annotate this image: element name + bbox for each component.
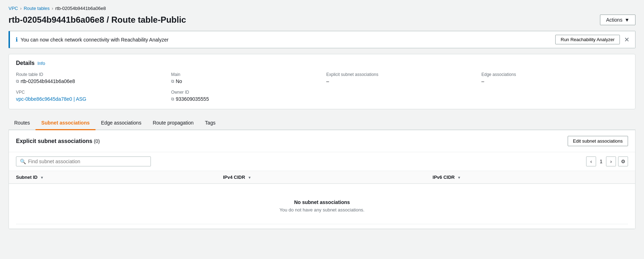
vpc-link[interactable]: vpc-0bbe86c9645da78e0 | ASG (16, 96, 86, 102)
chevron-down-icon: ▼ (624, 17, 629, 23)
tab-edge-associations[interactable]: Edge associations (95, 116, 147, 130)
col-ipv4-cidr[interactable]: IPv4 CIDR ▼ (216, 171, 425, 184)
actions-label: Actions (606, 17, 622, 23)
breadcrumb-vpc[interactable]: VPC (9, 6, 18, 11)
page-number: 1 (598, 159, 604, 164)
detail-main: Main ⧉ No (171, 72, 318, 84)
details-card: Details Info Route table ID ⧉ rtb-02054b… (9, 54, 635, 109)
main-label: Main (171, 72, 318, 77)
tab-subnet-associations[interactable]: Subnet associations (36, 116, 95, 130)
section-header: Explicit subnet associations (0) Edit su… (9, 130, 635, 152)
edit-subnet-associations-button[interactable]: Edit subnet associations (568, 136, 628, 146)
col-ipv6-cidr[interactable]: IPv6 CIDR ▼ (426, 171, 635, 184)
explicit-subnet-label: Explicit subnet associations (326, 72, 473, 77)
details-header: Details Info (16, 60, 628, 66)
details-grid: Route table ID ⧉ rtb-02054b9441b6a06e8 M… (16, 72, 628, 102)
empty-state: No subnet associations You do not have a… (16, 188, 628, 224)
search-icon: 🔍 (20, 159, 26, 164)
info-banner: ℹ You can now check network connectivity… (9, 31, 635, 48)
col-ipv6-cidr-label: IPv6 CIDR (433, 175, 455, 180)
page-title: rtb-02054b9441b6a06e8 / Route table-Publ… (9, 15, 186, 25)
route-table-id-label: Route table ID (16, 72, 163, 77)
banner-right: Run Reachability Analyzer ✕ (555, 35, 629, 44)
tabs-bar: Routes Subnet associations Edge associat… (9, 116, 635, 130)
tab-tags[interactable]: Tags (199, 116, 221, 130)
route-table-id-value: ⧉ rtb-02054b9441b6a06e8 (16, 78, 163, 84)
explicit-subnet-value: – (326, 78, 473, 84)
table-container: Subnet ID ▼ IPv4 CIDR ▼ IPv6 CIDR ▼ (9, 171, 635, 229)
run-reachability-button[interactable]: Run Reachability Analyzer (555, 35, 620, 44)
route-table-id-text: rtb-02054b9441b6a06e8 (21, 78, 75, 84)
main-text: No (176, 78, 182, 84)
breadcrumb: VPC › Route tables › rtb-02054b9441b6a06… (9, 6, 635, 11)
owner-id-value: ⧉ 933609035555 (171, 96, 318, 102)
edge-assoc-label: Edge associations (481, 72, 628, 77)
sort-icon-ipv6: ▼ (457, 176, 461, 180)
tab-routes[interactable]: Routes (9, 116, 36, 130)
vpc-label: VPC (16, 90, 163, 95)
copy-icon-main[interactable]: ⧉ (171, 79, 174, 84)
breadcrumb-current: rtb-02054b9441b6a06e8 (55, 6, 106, 11)
section-count: (0) (94, 138, 100, 144)
copy-icon-rtid[interactable]: ⧉ (16, 79, 19, 84)
section-title-group: Explicit subnet associations (0) (16, 138, 100, 144)
main-value: ⧉ No (171, 78, 318, 84)
breadcrumb-route-tables[interactable]: Route tables (24, 6, 50, 11)
tab-route-propagation[interactable]: Route propagation (147, 116, 199, 130)
detail-edge-associations: Edge associations – (481, 72, 628, 84)
detail-vpc: VPC vpc-0bbe86c9645da78e0 | ASG (16, 90, 163, 102)
prev-page-button[interactable]: ‹ (586, 156, 596, 166)
details-info-link[interactable]: Info (37, 61, 45, 66)
table-header-row: Subnet ID ▼ IPv4 CIDR ▼ IPv6 CIDR ▼ (9, 171, 635, 184)
detail-owner-id: Owner ID ⧉ 933609035555 (171, 90, 318, 102)
detail-explicit-subnet: Explicit subnet associations – (326, 72, 473, 84)
vpc-value: vpc-0bbe86c9645da78e0 | ASG (16, 96, 163, 102)
subnet-associations-table: Subnet ID ▼ IPv4 CIDR ▼ IPv6 CIDR ▼ (9, 171, 635, 229)
settings-button[interactable]: ⚙ (618, 156, 628, 166)
empty-state-row: No subnet associations You do not have a… (9, 184, 635, 229)
banner-text: You can now check network connectivity w… (21, 37, 169, 43)
section-title: Explicit subnet associations (16, 138, 92, 144)
breadcrumb-sep2: › (52, 6, 53, 11)
owner-id-text: 933609035555 (176, 96, 209, 102)
detail-route-table-id: Route table ID ⧉ rtb-02054b9441b6a06e8 (16, 72, 163, 84)
banner-left: ℹ You can now check network connectivity… (16, 36, 169, 43)
details-title: Details (16, 60, 34, 66)
sort-icon-subnet: ▼ (40, 176, 44, 180)
sort-icon-ipv4: ▼ (248, 176, 251, 180)
col-subnet-id-label: Subnet ID (16, 175, 38, 180)
empty-state-desc: You do not have any subnet associations. (23, 207, 621, 213)
search-input[interactable] (28, 159, 147, 164)
edge-assoc-value: – (481, 78, 628, 84)
owner-id-label: Owner ID (171, 90, 318, 95)
content-section: Explicit subnet associations (0) Edit su… (9, 130, 635, 229)
empty-state-title: No subnet associations (23, 199, 621, 205)
actions-button[interactable]: Actions ▼ (600, 15, 635, 25)
breadcrumb-sep1: › (20, 6, 22, 11)
search-row: 🔍 ‹ 1 › ⚙ (9, 152, 635, 171)
info-icon: ℹ (16, 36, 18, 43)
col-subnet-id[interactable]: Subnet ID ▼ (9, 171, 216, 184)
close-banner-button[interactable]: ✕ (624, 37, 629, 43)
col-ipv4-cidr-label: IPv4 CIDR (223, 175, 245, 180)
pagination-row: ‹ 1 › ⚙ (586, 156, 628, 166)
next-page-button[interactable]: › (606, 156, 616, 166)
search-box: 🔍 (16, 156, 151, 166)
page-header: rtb-02054b9441b6a06e8 / Route table-Publ… (9, 15, 635, 25)
copy-icon-owner[interactable]: ⧉ (171, 97, 174, 101)
